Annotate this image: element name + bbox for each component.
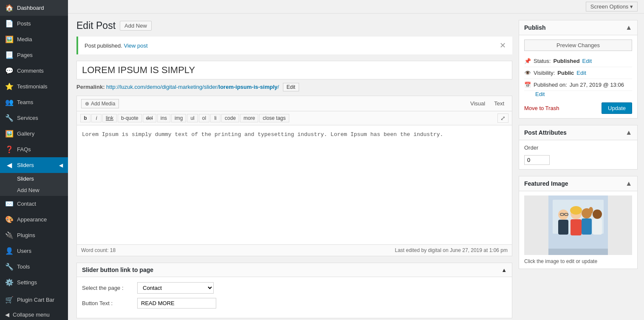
sidebar-subitem-sliders[interactable]: Sliders	[0, 173, 68, 184]
post-attributes-panel: Post Attributes ▲ Order	[519, 125, 638, 170]
toolbar-link-button[interactable]: link	[102, 114, 117, 122]
select-page-row: Select the page : Contact Home About Ser…	[82, 282, 507, 294]
svg-point-2	[558, 210, 568, 220]
sidebar-item-contact[interactable]: ✉️ Contact	[0, 196, 68, 212]
sidebar-item-plugins[interactable]: 🔌 Plugins	[0, 227, 68, 243]
settings-icon: ⚙️	[5, 278, 14, 286]
toolbar-img-button[interactable]: img	[171, 114, 186, 122]
sidebar-item-pages[interactable]: 📃 Pages	[0, 47, 68, 63]
update-button[interactable]: Update	[602, 102, 632, 114]
toolbar-more-button[interactable]: more	[240, 114, 258, 122]
sliders-submenu: Sliders Add New	[0, 173, 68, 196]
services-icon: 🔧	[5, 114, 14, 122]
toolbar-ul-button[interactable]: ul	[187, 114, 198, 122]
published-on-value: Jun 27, 2019 @ 13:06	[570, 82, 624, 88]
tools-icon: 🔧	[5, 263, 14, 271]
slider-meta-box-header[interactable]: Slider button link to page ▲	[77, 263, 512, 277]
publish-visibility-row: 👁️ Visibility: Public Edit	[524, 67, 632, 79]
featured-image-toggle-icon: ▲	[625, 180, 632, 187]
pages-icon: 📃	[5, 51, 14, 59]
view-post-link[interactable]: View post	[124, 42, 148, 49]
teams-icon: 👥	[5, 98, 14, 106]
toolbar-ins-button[interactable]: ins	[157, 114, 170, 122]
posts-icon: 📄	[5, 20, 14, 28]
sidebar-item-gallery[interactable]: 🖼️ Gallery	[0, 126, 68, 142]
post-attributes-header[interactable]: Post Attributes ▲	[519, 125, 637, 140]
toolbar-code-button[interactable]: code	[221, 114, 239, 122]
featured-image-panel: Featured Image ▲	[519, 176, 638, 269]
sidebar-item-comments[interactable]: 💬 Comments	[0, 63, 68, 79]
add-media-button[interactable]: ⊕ Add Media	[81, 99, 119, 108]
sidebar-item-appearance[interactable]: 🎨 Appearance	[0, 212, 68, 227]
plugins-icon: 🔌	[5, 231, 14, 239]
sidebar-item-faqs[interactable]: ❓ FAQs	[0, 142, 68, 157]
right-sidebar: Publish ▲ Preview Changes 📌 Status: Publ…	[519, 20, 638, 314]
toolbar-bold-button[interactable]: b	[80, 114, 90, 122]
editor-content[interactable]: Lorem Ipsum is simply dummy text of the …	[77, 125, 512, 244]
sidebar-item-teams[interactable]: 👥 Teams	[0, 94, 68, 110]
sidebar-item-plugin-cart-bar[interactable]: 🛒 Plugin Cart Bar	[0, 292, 68, 308]
slider-meta-title: Slider button link to page	[82, 266, 153, 273]
svg-point-12	[589, 207, 593, 214]
sidebar-item-posts[interactable]: 📄 Posts	[0, 16, 68, 31]
featured-image-header[interactable]: Featured Image ▲	[519, 176, 637, 191]
sidebar-item-testimonials[interactable]: ⭐ Testimonials	[0, 79, 68, 94]
svg-point-13	[593, 210, 602, 219]
sliders-icon: ◀	[5, 161, 14, 169]
post-title-input[interactable]	[76, 61, 512, 79]
svg-rect-15	[548, 249, 608, 255]
visibility-edit-link[interactable]: Edit	[576, 70, 586, 76]
editor-footer: Word count: 18 Last edited by digital on…	[77, 244, 512, 256]
sidebar-item-tools[interactable]: 🔧 Tools	[0, 259, 68, 275]
status-icon: 📌	[524, 58, 531, 64]
publish-actions-row: Move to Trash Update	[524, 102, 632, 114]
visibility-label: Visibility:	[534, 70, 555, 76]
publish-panel-header[interactable]: Publish ▲	[519, 20, 637, 35]
published-on-row: 📅 Published on: Jun 27, 2019 @ 13:06	[524, 79, 632, 91]
featured-image-content: Click the image to edit or update	[519, 191, 637, 269]
screen-options-button[interactable]: Screen Options ▾	[586, 2, 638, 11]
select-page-dropdown[interactable]: Contact Home About Services	[137, 282, 214, 294]
post-attributes-title: Post Attributes	[524, 129, 567, 136]
permalink-row: Permalink: http://luzuk.com/demo/digital…	[76, 83, 512, 91]
edit-slug-button[interactable]: Edit	[283, 83, 299, 91]
toolbar-li-button[interactable]: li	[210, 114, 220, 122]
sidebar-item-media[interactable]: 🖼️ Media	[0, 31, 68, 47]
sidebar-item-users[interactable]: 👤 Users	[0, 243, 68, 259]
sidebar-item-sliders[interactable]: ◀ Sliders ◀	[0, 157, 68, 173]
sidebar-item-dashboard[interactable]: 🏠 Dashboard	[0, 0, 68, 16]
toolbar-bquote-button[interactable]: b-quote	[118, 114, 142, 122]
order-input[interactable]	[524, 155, 550, 165]
users-icon: 👤	[5, 247, 14, 255]
permalink-url[interactable]: http://luzuk.com/demo/digital-marketing/…	[106, 84, 280, 90]
status-edit-link[interactable]: Edit	[582, 58, 592, 64]
preview-changes-button[interactable]: Preview Changes	[524, 40, 632, 51]
tab-text-button[interactable]: Text	[491, 99, 508, 108]
move-to-trash-link[interactable]: Move to Trash	[524, 105, 559, 111]
button-text-input[interactable]	[137, 298, 216, 309]
select-page-label: Select the page :	[82, 285, 133, 291]
notice-close-button[interactable]: ✕	[500, 41, 506, 50]
tab-visual-button[interactable]: Visual	[467, 99, 489, 108]
sidebar-item-settings[interactable]: ⚙️ Settings	[0, 275, 68, 290]
toolbar-ol-button[interactable]: ol	[199, 114, 209, 122]
editor-toolbar: b i link b-quote del ins img ul ol li co…	[77, 111, 512, 125]
toolbar-del-button[interactable]: del	[143, 114, 156, 122]
plus-icon: ⊕	[85, 101, 89, 107]
dashboard-icon: 🏠	[5, 4, 14, 12]
sidebar-item-services[interactable]: 🔧 Services	[0, 110, 68, 126]
fullscreen-button[interactable]: ⤢	[497, 113, 508, 123]
collapse-menu-button[interactable]: ◀ Collapse menu	[0, 308, 68, 320]
sidebar-subitem-add-new[interactable]: Add New	[0, 184, 68, 196]
svg-rect-14	[593, 219, 602, 235]
publish-panel-content: Preview Changes 📌 Status: Published Edit…	[519, 35, 637, 118]
comments-icon: 💬	[5, 67, 14, 75]
toolbar-italic-button[interactable]: i	[91, 114, 102, 122]
button-text-row: Button Text :	[82, 298, 507, 309]
add-new-button[interactable]: Add New	[120, 21, 152, 31]
toolbar-close-tags-button[interactable]: close tags	[259, 114, 289, 122]
sidebar: 🏠 Dashboard 📄 Posts 🖼️ Media 📃 Pages 💬 C…	[0, 0, 68, 320]
featured-image-thumbnail[interactable]	[524, 195, 632, 255]
published-on-edit-link[interactable]: Edit	[535, 91, 545, 97]
editor-tabs-row: ⊕ Add Media Visual Text	[77, 96, 512, 111]
